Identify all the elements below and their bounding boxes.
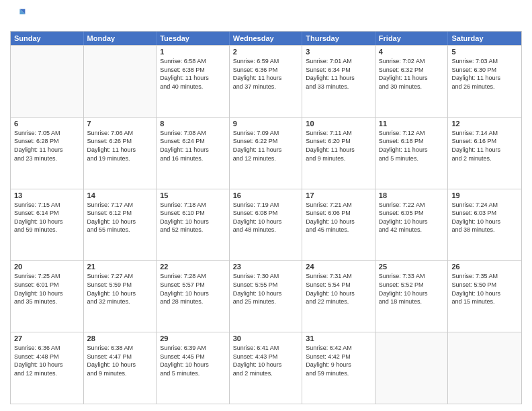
calendar-cell-1-5: 11Sunrise: 7:12 AMSunset: 6:18 PMDayligh… <box>375 118 449 189</box>
calendar-cell-1-1: 7Sunrise: 7:06 AMSunset: 6:26 PMDaylight… <box>84 118 157 189</box>
cell-text: Sunrise: 7:24 AMSunset: 6:03 PMDaylight:… <box>451 201 518 234</box>
calendar-cell-3-6: 26Sunrise: 7:35 AMSunset: 5:50 PMDayligh… <box>448 261 521 332</box>
cell-text: Sunrise: 7:11 AMSunset: 6:20 PMDaylight:… <box>306 129 371 163</box>
calendar-cell-0-1 <box>84 46 157 117</box>
cell-text: Sunrise: 7:15 AMSunset: 6:14 PMDaylight:… <box>14 201 80 234</box>
day-number: 28 <box>87 334 153 342</box>
cell-text: Sunrise: 7:06 AMSunset: 6:26 PMDaylight:… <box>87 129 153 163</box>
calendar: SundayMondayTuesdayWednesdayThursdayFrid… <box>10 31 522 404</box>
calendar-cell-3-3: 23Sunrise: 7:30 AMSunset: 5:55 PMDayligh… <box>230 261 303 332</box>
calendar-cell-3-1: 21Sunrise: 7:27 AMSunset: 5:59 PMDayligh… <box>84 261 157 332</box>
cell-text: Sunrise: 7:09 AMSunset: 6:22 PMDaylight:… <box>233 129 299 163</box>
calendar-cell-0-4: 3Sunrise: 7:01 AMSunset: 6:34 PMDaylight… <box>302 46 375 117</box>
cell-text: Sunrise: 7:01 AMSunset: 6:34 PMDaylight:… <box>306 57 371 91</box>
calendar-cell-3-4: 24Sunrise: 7:31 AMSunset: 5:54 PMDayligh… <box>302 261 375 332</box>
header-cell-saturday: Saturday <box>448 32 521 45</box>
cell-text: Sunrise: 6:39 AMSunset: 4:45 PMDaylight:… <box>160 344 226 377</box>
cell-text: Sunrise: 7:14 AMSunset: 6:16 PMDaylight:… <box>451 129 518 163</box>
page: SundayMondayTuesdayWednesdayThursdayFrid… <box>0 0 532 411</box>
calendar-cell-0-6: 5Sunrise: 7:03 AMSunset: 6:30 PMDaylight… <box>448 46 521 117</box>
cell-text: Sunrise: 6:59 AMSunset: 6:36 PMDaylight:… <box>233 57 299 91</box>
cell-text: Sunrise: 7:08 AMSunset: 6:24 PMDaylight:… <box>160 129 226 163</box>
calendar-cell-1-2: 8Sunrise: 7:08 AMSunset: 6:24 PMDaylight… <box>157 118 230 189</box>
cell-text: Sunrise: 7:30 AMSunset: 5:55 PMDaylight:… <box>233 272 299 306</box>
calendar-body: 1Sunrise: 6:58 AMSunset: 6:38 PMDaylight… <box>11 45 521 404</box>
day-number: 13 <box>14 191 80 199</box>
cell-text: Sunrise: 7:03 AMSunset: 6:30 PMDaylight:… <box>451 57 518 91</box>
cell-text: Sunrise: 7:12 AMSunset: 6:18 PMDaylight:… <box>379 129 445 163</box>
cell-text: Sunrise: 7:18 AMSunset: 6:10 PMDaylight:… <box>160 201 226 234</box>
day-number: 31 <box>306 334 371 342</box>
cell-text: Sunrise: 7:22 AMSunset: 6:05 PMDaylight:… <box>379 201 445 234</box>
calendar-cell-4-5 <box>375 332 449 404</box>
header-cell-wednesday: Wednesday <box>230 32 303 45</box>
day-number: 29 <box>160 334 226 342</box>
header <box>10 7 522 26</box>
calendar-cell-4-4: 31Sunrise: 6:42 AMSunset: 4:42 PMDayligh… <box>302 332 375 404</box>
calendar-cell-2-6: 19Sunrise: 7:24 AMSunset: 6:03 PMDayligh… <box>448 189 521 261</box>
calendar-cell-0-2: 1Sunrise: 6:58 AMSunset: 6:38 PMDaylight… <box>157 46 230 117</box>
calendar-cell-3-0: 20Sunrise: 7:25 AMSunset: 6:01 PMDayligh… <box>11 261 84 332</box>
calendar-row-2: 13Sunrise: 7:15 AMSunset: 6:14 PMDayligh… <box>11 189 521 261</box>
day-number: 11 <box>379 120 445 128</box>
calendar-row-4: 27Sunrise: 6:36 AMSunset: 4:48 PMDayligh… <box>11 332 521 404</box>
cell-text: Sunrise: 7:31 AMSunset: 5:54 PMDaylight:… <box>306 272 371 306</box>
day-number: 7 <box>87 120 153 128</box>
day-number: 15 <box>160 191 226 199</box>
day-number: 30 <box>233 334 299 342</box>
cell-text: Sunrise: 6:42 AMSunset: 4:42 PMDaylight:… <box>306 344 371 377</box>
calendar-cell-2-2: 15Sunrise: 7:18 AMSunset: 6:10 PMDayligh… <box>157 189 230 261</box>
day-number: 16 <box>233 191 299 199</box>
calendar-header-row: SundayMondayTuesdayWednesdayThursdayFrid… <box>11 32 521 45</box>
day-number: 22 <box>160 263 226 271</box>
header-cell-thursday: Thursday <box>302 32 375 45</box>
calendar-cell-1-4: 10Sunrise: 7:11 AMSunset: 6:20 PMDayligh… <box>302 118 375 189</box>
day-number: 17 <box>306 191 371 199</box>
calendar-cell-3-2: 22Sunrise: 7:28 AMSunset: 5:57 PMDayligh… <box>157 261 230 332</box>
calendar-cell-4-2: 29Sunrise: 6:39 AMSunset: 4:45 PMDayligh… <box>157 332 230 404</box>
calendar-cell-2-4: 17Sunrise: 7:21 AMSunset: 6:06 PMDayligh… <box>302 189 375 261</box>
calendar-cell-4-6 <box>448 332 521 404</box>
day-number: 25 <box>379 263 445 271</box>
calendar-cell-2-0: 13Sunrise: 7:15 AMSunset: 6:14 PMDayligh… <box>11 189 84 261</box>
day-number: 6 <box>14 120 80 128</box>
cell-text: Sunrise: 6:41 AMSunset: 4:43 PMDaylight:… <box>233 344 299 377</box>
day-number: 27 <box>14 334 80 342</box>
cell-text: Sunrise: 6:38 AMSunset: 4:47 PMDaylight:… <box>87 344 153 377</box>
day-number: 20 <box>14 263 80 271</box>
cell-text: Sunrise: 7:02 AMSunset: 6:32 PMDaylight:… <box>379 57 445 91</box>
day-number: 26 <box>451 263 518 271</box>
day-number: 5 <box>451 48 518 56</box>
calendar-cell-1-0: 6Sunrise: 7:05 AMSunset: 6:28 PMDaylight… <box>11 118 84 189</box>
cell-text: Sunrise: 7:35 AMSunset: 5:50 PMDaylight:… <box>451 272 518 306</box>
cell-text: Sunrise: 6:58 AMSunset: 6:38 PMDaylight:… <box>160 57 226 91</box>
day-number: 19 <box>451 191 518 199</box>
calendar-cell-2-1: 14Sunrise: 7:17 AMSunset: 6:12 PMDayligh… <box>84 189 157 261</box>
day-number: 10 <box>306 120 371 128</box>
header-cell-monday: Monday <box>84 32 157 45</box>
calendar-cell-2-5: 18Sunrise: 7:22 AMSunset: 6:05 PMDayligh… <box>375 189 449 261</box>
cell-text: Sunrise: 7:33 AMSunset: 5:52 PMDaylight:… <box>379 272 445 306</box>
calendar-row-1: 6Sunrise: 7:05 AMSunset: 6:28 PMDaylight… <box>11 117 521 189</box>
calendar-cell-2-3: 16Sunrise: 7:19 AMSunset: 6:08 PMDayligh… <box>230 189 303 261</box>
cell-text: Sunrise: 7:17 AMSunset: 6:12 PMDaylight:… <box>87 201 153 234</box>
calendar-cell-0-5: 4Sunrise: 7:02 AMSunset: 6:32 PMDaylight… <box>375 46 449 117</box>
calendar-cell-0-0 <box>11 46 84 117</box>
logo-icon <box>10 7 26 23</box>
day-number: 9 <box>233 120 299 128</box>
day-number: 23 <box>233 263 299 271</box>
cell-text: Sunrise: 7:05 AMSunset: 6:28 PMDaylight:… <box>14 129 80 163</box>
cell-text: Sunrise: 7:27 AMSunset: 5:59 PMDaylight:… <box>87 272 153 306</box>
day-number: 1 <box>160 48 226 56</box>
cell-text: Sunrise: 7:19 AMSunset: 6:08 PMDaylight:… <box>233 201 299 234</box>
day-number: 3 <box>306 48 371 56</box>
day-number: 24 <box>306 263 371 271</box>
cell-text: Sunrise: 7:25 AMSunset: 6:01 PMDaylight:… <box>14 272 80 306</box>
header-cell-sunday: Sunday <box>11 32 84 45</box>
logo <box>10 7 28 26</box>
cell-text: Sunrise: 7:21 AMSunset: 6:06 PMDaylight:… <box>306 201 371 234</box>
cell-text: Sunrise: 7:28 AMSunset: 5:57 PMDaylight:… <box>160 272 226 306</box>
calendar-cell-1-6: 12Sunrise: 7:14 AMSunset: 6:16 PMDayligh… <box>448 118 521 189</box>
day-number: 18 <box>379 191 445 199</box>
calendar-cell-1-3: 9Sunrise: 7:09 AMSunset: 6:22 PMDaylight… <box>230 118 303 189</box>
